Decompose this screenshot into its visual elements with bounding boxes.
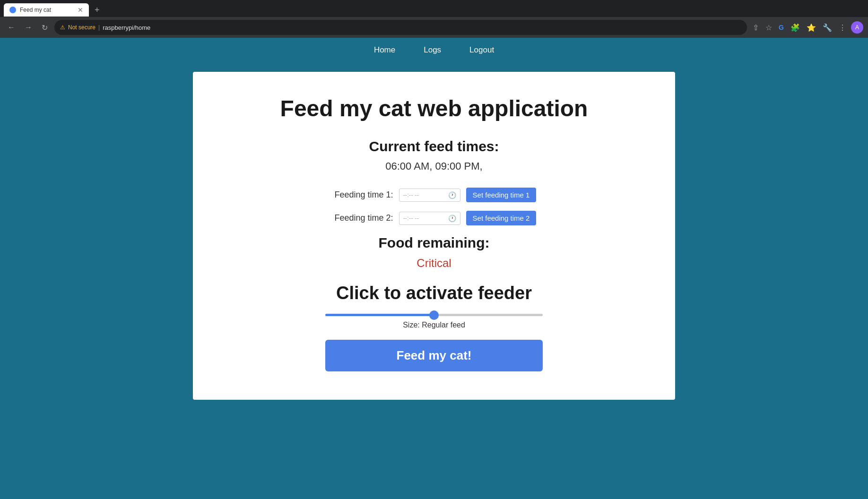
nav-logout[interactable]: Logout	[469, 45, 494, 55]
clock-icon-1: 🕐	[448, 191, 456, 199]
clock-icon-2: 🕐	[448, 215, 456, 222]
share-icon[interactable]: ⇧	[751, 21, 761, 34]
extension3-icon[interactable]: 🔧	[821, 21, 834, 34]
new-tab-button[interactable]: +	[91, 5, 104, 15]
feeding-time-2-label: Feeding time 2:	[332, 213, 393, 223]
tab-close-button[interactable]: ✕	[78, 6, 83, 14]
active-tab[interactable]: Feed my cat ✕	[4, 3, 89, 17]
feeding-time-1-placeholder: --:-- --	[403, 191, 419, 198]
size-label-text: Size:	[403, 321, 420, 329]
page-wrapper: Feed my cat web application Current feed…	[0, 62, 868, 409]
slider-container	[231, 314, 637, 316]
security-label: Not secure	[68, 24, 95, 31]
feeding-time-1-label: Feeding time 1:	[332, 190, 393, 200]
extension2-icon[interactable]: ⭐	[805, 21, 818, 34]
feed-my-cat-button[interactable]: Feed my cat!	[325, 340, 543, 371]
feeding-time-2-placeholder: --:-- --	[403, 215, 419, 222]
feeding-time-1-input[interactable]: --:-- -- 🕐	[399, 189, 460, 202]
feeding-time-2-row: Feeding time 2: --:-- -- 🕐 Set feeding t…	[231, 211, 637, 225]
address-bar[interactable]: ⚠ Not secure | raspberrypi/home	[54, 20, 747, 35]
menu-icon[interactable]: ⋮	[837, 21, 848, 34]
security-icon: ⚠	[60, 24, 65, 31]
url-display: raspberrypi/home	[103, 24, 150, 31]
back-button[interactable]: ←	[5, 21, 18, 34]
feeding-time-1-row: Feeding time 1: --:-- -- 🕐 Set feeding t…	[231, 188, 637, 202]
google-icon[interactable]: G	[777, 22, 786, 33]
refresh-button[interactable]: ↻	[39, 21, 51, 34]
bookmark-icon[interactable]: ☆	[764, 21, 774, 34]
food-status: Critical	[231, 257, 637, 270]
site-nav: Home Logs Logout	[0, 38, 868, 62]
forward-button[interactable]: →	[22, 21, 35, 34]
url-separator: |	[98, 24, 100, 31]
food-remaining-section: Food remaining: Critical	[231, 235, 637, 270]
browser-chrome: Feed my cat ✕ + ← → ↻ ⚠ Not secure | ras…	[0, 0, 868, 38]
nav-logs[interactable]: Logs	[424, 45, 441, 55]
extension-icon[interactable]: 🧩	[789, 21, 802, 34]
main-title: Feed my cat web application	[231, 95, 637, 121]
browser-toolbar: ← → ↻ ⚠ Not secure | raspberrypi/home ⇧ …	[0, 17, 868, 38]
tab-title: Feed my cat	[20, 7, 51, 13]
set-feeding-time-1-button[interactable]: Set feeding time 1	[466, 188, 537, 202]
nav-home[interactable]: Home	[374, 45, 395, 55]
set-feeding-time-2-button[interactable]: Set feeding time 2	[466, 211, 537, 225]
content-card: Feed my cat web application Current feed…	[193, 72, 675, 400]
activate-feeder-title: Click to activate feeder	[231, 283, 637, 303]
profile-avatar[interactable]: A	[851, 21, 863, 34]
food-remaining-title: Food remaining:	[231, 235, 637, 251]
tab-favicon	[9, 7, 16, 13]
size-value: Regular feed	[422, 321, 465, 329]
feed-times-value: 06:00 AM, 09:00 PM,	[231, 160, 637, 172]
feeding-time-2-input[interactable]: --:-- -- 🕐	[399, 212, 460, 225]
feed-times-title: Current feed times:	[231, 138, 637, 155]
feed-size-slider[interactable]	[325, 314, 543, 316]
size-label: Size: Regular feed	[231, 321, 637, 329]
tab-bar: Feed my cat ✕ +	[0, 0, 868, 17]
toolbar-icons: ⇧ ☆ G 🧩 ⭐ 🔧 ⋮ A	[751, 21, 863, 34]
